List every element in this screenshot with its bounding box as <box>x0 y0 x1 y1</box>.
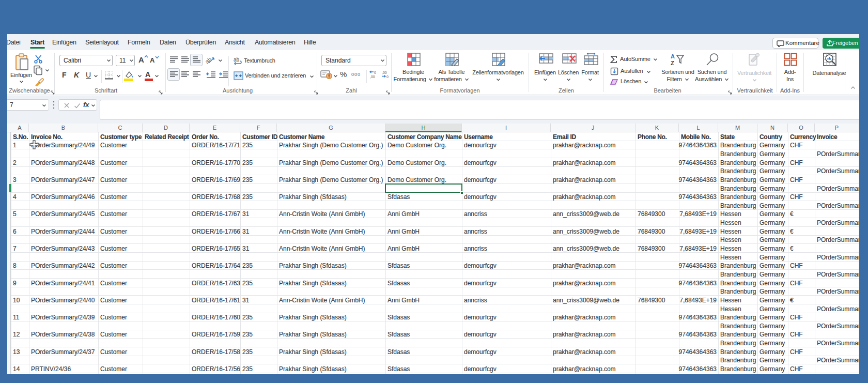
svg-text:ab: ab <box>234 57 240 63</box>
svg-text:,00: ,00 <box>370 75 375 79</box>
svg-text:0: 0 <box>374 71 376 74</box>
svg-text:A: A <box>671 53 675 59</box>
svg-text:Z: Z <box>671 60 674 66</box>
